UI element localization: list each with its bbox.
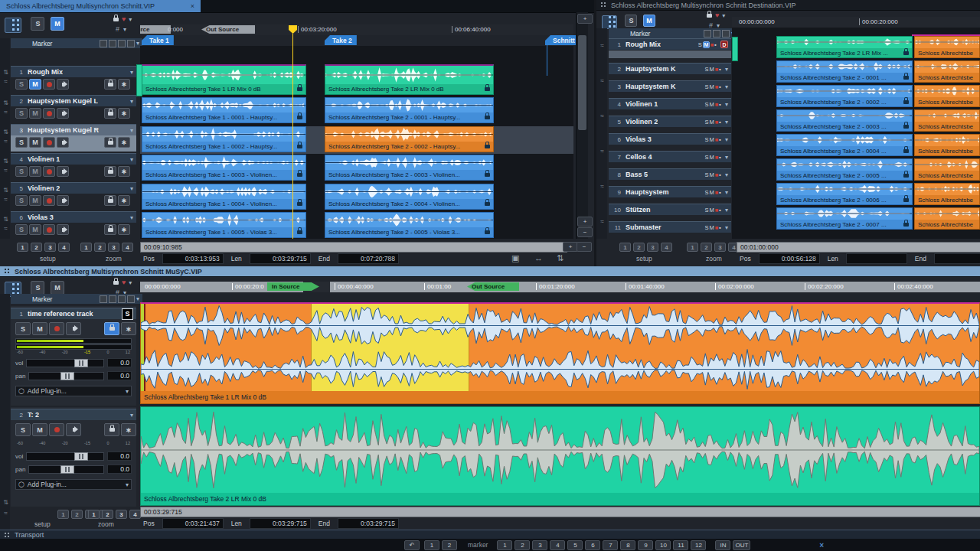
chevron-down-icon[interactable]: ▾ [123,26,126,33]
clip[interactable]: Schloss Albrechtsberg Take 2 - 0001 ... [776,60,913,83]
solo-button[interactable]: S [705,101,709,108]
fx-button[interactable]: ∗ [121,322,136,335]
solo-button[interactable]: S [15,423,31,436]
track-header[interactable]: 1 time reference track S [11,308,136,319]
destination-timeline-ruler[interactable]: 00:00:00:000 00:00:20:000 [732,17,980,28]
clip-lock-icon[interactable] [297,116,302,119]
chevron-down-icon[interactable]: ▾ [725,83,728,90]
setup-page-button[interactable]: 1 [57,510,69,519]
track-mode-icon[interactable]: ⇅ [1,158,11,165]
fx-button[interactable]: ∗ [118,137,130,148]
solo-button[interactable]: S [705,83,709,90]
undo-icon[interactable]: ↶ [404,540,420,550]
automation-icon[interactable]: ≈ [597,42,607,49]
clip[interactable]: Schloss Albrechtsberg Take 1 - 0003 - Vi… [142,155,306,181]
solo-button[interactable]: S [15,195,28,206]
mute-button[interactable]: M [710,101,714,108]
record-button[interactable]: ■ [715,207,719,214]
mute-button[interactable]: M [710,66,714,73]
chevron-down-icon[interactable]: ▾ [725,171,728,178]
mute-button[interactable]: M [29,224,41,235]
mute-button[interactable]: M [29,195,41,206]
monitor-icon[interactable]: ▪ [719,101,721,108]
mute-button[interactable]: M [703,41,710,48]
mute-button[interactable]: M [29,137,41,148]
automation-icon[interactable]: ≈ [597,112,607,119]
clip[interactable]: Schloss Albrechtsberg Take 2 LR Mix 0 dB [325,64,494,95]
destination-flag-button[interactable]: D [720,41,728,48]
zoom-in-button[interactable]: + [577,217,593,227]
source-timeline-ruler[interactable]: In Source 0:000 Out Source 00:03:20:000 … [140,24,573,35]
monitor-icon[interactable]: ▪ [719,119,721,126]
musyc-timeline-ruler[interactable]: 00:00:00:000 00:00:20:0 In Source 00:00:… [140,282,980,292]
track-header[interactable]: 2Hauptsystem Kugel L ▾ [11,95,136,106]
monitor-button[interactable] [66,423,81,436]
out-source-marker[interactable]: Out Source [467,282,519,291]
monitor-button[interactable] [57,195,69,206]
clip[interactable]: Schloss Albrechtsberg Take 2 - 0003 - Vi… [325,155,494,181]
vertical-scrollbar[interactable]: + + − [576,12,588,239]
marker-tool-icon[interactable] [722,30,730,37]
zoom-page-button[interactable]: 3 [108,243,119,252]
clip-lock-icon[interactable] [485,87,490,91]
in-source-marker[interactable]: In Source [267,282,319,291]
clip[interactable]: Schloss Albrechtsberg Take 2 - 0003 ... [776,109,913,132]
clip-lock-icon[interactable] [485,202,490,206]
clip[interactable]: Schloss Albrechtsbe [914,183,980,205]
clip-lock-icon[interactable] [903,100,909,104]
automation-icon[interactable]: ≈ [1,109,11,116]
track-header[interactable]: 5Violinen 2 ▾ [11,182,136,194]
clip-lock-icon[interactable] [297,202,302,206]
zoom-page-button[interactable]: 4 [129,510,141,519]
out-source-marker[interactable]: Out Source [201,25,255,34]
setup-page-button[interactable]: 3 [44,243,56,252]
clip[interactable]: Schloss Albrechtsberg Take 1 - 0004 - Vi… [142,184,306,210]
monitor-icon[interactable]: ▪ [719,171,721,178]
marker-tool-icon[interactable] [127,40,135,47]
chevron-down-icon[interactable]: ▾ [129,279,132,286]
clip[interactable]: Schloss Albrechtsberg Take 2 - 0006 ... [776,183,913,205]
chevron-down-icon[interactable]: ▾ [126,481,129,488]
solo-button[interactable]: S [15,166,28,177]
marker-tool-icon[interactable] [100,40,107,47]
hzoom-out-button[interactable]: − [577,242,592,252]
zoom-page-button[interactable]: 1 [80,243,92,252]
setup-page-button[interactable]: 1 [619,243,631,252]
mute-button[interactable]: M [710,154,714,161]
clip-lock-icon[interactable] [485,116,490,119]
track-mode-icon[interactable]: ⇅ [1,499,11,506]
solo-button[interactable]: S [705,154,709,161]
pan-slider[interactable] [28,372,104,380]
record-button[interactable] [43,195,55,206]
marker-button[interactable]: 2 [514,540,530,550]
zoom-in-button[interactable]: + [577,14,593,24]
lock-icon[interactable] [707,14,712,18]
mute-button[interactable]: M [710,171,714,178]
record-button[interactable] [43,166,55,177]
monitor-icon[interactable]: ▪ [719,136,721,143]
range-button[interactable]: 2 [442,540,457,550]
clip-lock-icon[interactable] [903,198,909,202]
chevron-down-icon[interactable]: ▾ [725,136,728,143]
zoom-page-button[interactable]: 4 [122,243,133,252]
solo-button[interactable]: S [698,41,702,48]
marker-tool-icon[interactable] [713,30,720,37]
setup-page-button[interactable]: 2 [31,243,42,252]
monitor-icon[interactable]: ▪ [719,83,721,90]
clip-take1[interactable]: Schloss Albrechtsberg Take 1 LR Mix 0 dB [140,302,980,404]
scrollbar-thumb[interactable] [578,35,586,130]
monitor-icon[interactable]: ▪ [719,224,721,231]
track-header[interactable]: 1Rough Mix ▾ [11,66,136,77]
marker-tool-icon[interactable] [704,30,711,37]
clip[interactable]: Schloss Albrechtsberg Take 2 LR Mix ... [776,36,913,58]
lock-button[interactable] [104,195,116,206]
chevron-down-icon[interactable]: ▾ [136,40,139,47]
automation-icon[interactable]: ≈ [1,138,11,145]
monitor-button[interactable] [57,108,69,119]
track-grid-button[interactable] [5,18,21,33]
clip-selected[interactable]: Schloss Albrechtsberg Take 2 - 0002 - Ha… [325,126,494,152]
monitor-button[interactable] [57,224,69,235]
monitor-icon[interactable]: ▪ [719,207,721,214]
solo-button[interactable]: S [15,79,28,90]
fx-button[interactable]: ∗ [121,423,136,436]
